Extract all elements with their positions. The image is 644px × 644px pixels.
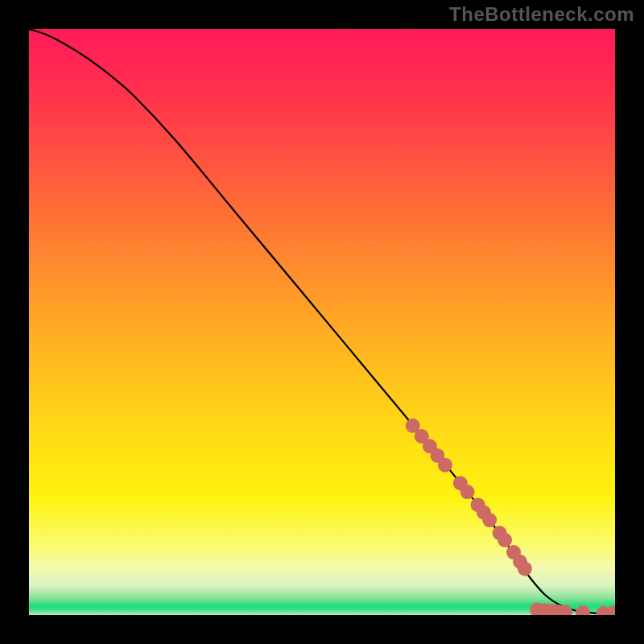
marker-group (406, 419, 615, 615)
data-marker (460, 485, 475, 499)
data-marker (518, 561, 532, 576)
data-marker (482, 513, 497, 527)
chart-svg (29, 29, 615, 615)
data-marker (576, 605, 590, 615)
data-marker (497, 533, 512, 547)
attribution-label: TheBottleneck.com (449, 3, 634, 26)
curve-line (29, 29, 615, 614)
data-marker (438, 458, 452, 473)
chart-frame: TheBottleneck.com (0, 0, 644, 644)
plot-area (29, 29, 615, 615)
